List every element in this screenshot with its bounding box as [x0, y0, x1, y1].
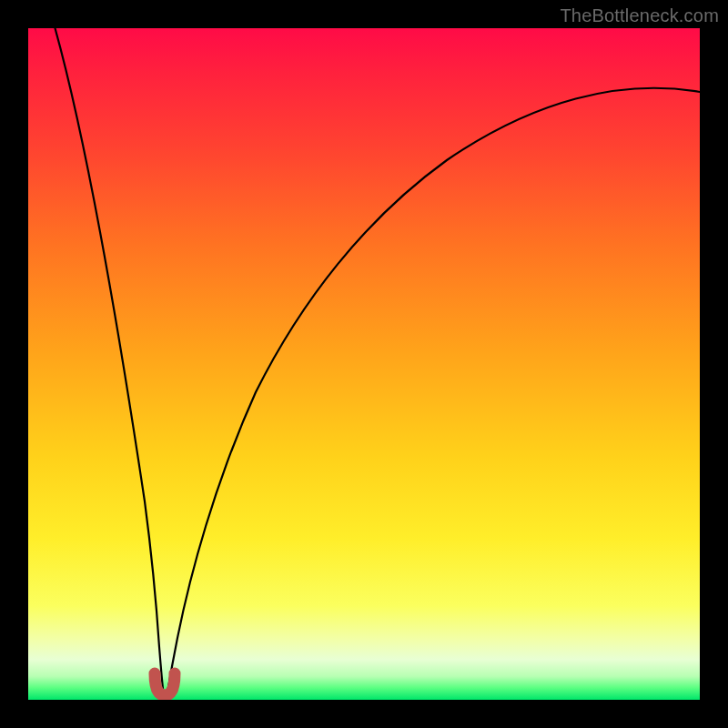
curve-layer: [28, 28, 700, 700]
plot-area: [28, 28, 700, 700]
optimal-region-marker: [155, 673, 175, 695]
bottleneck-curve: [56, 28, 701, 696]
chart-frame: TheBottleneck.com: [0, 0, 728, 728]
watermark-text: TheBottleneck.com: [560, 5, 719, 26]
